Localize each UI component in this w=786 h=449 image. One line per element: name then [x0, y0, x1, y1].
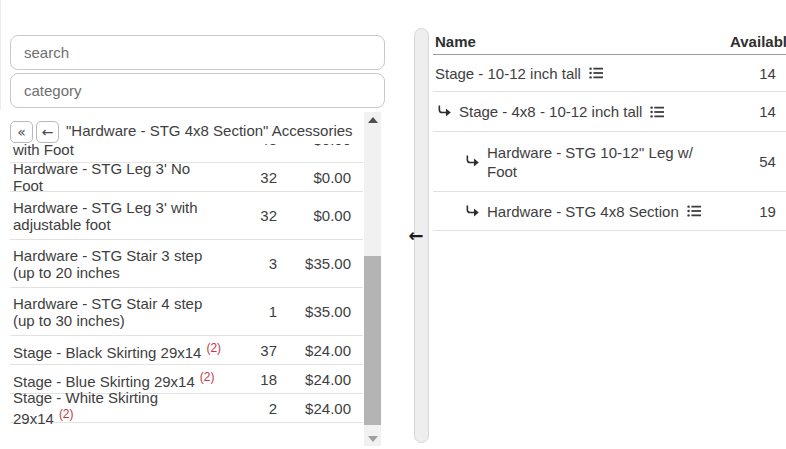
item-qty: 1 — [222, 303, 277, 320]
collapse-left-arrow-icon[interactable]: ← — [403, 224, 429, 248]
table-header-row: Name Available — [433, 28, 786, 55]
row-available-cell: 54 — [730, 153, 786, 170]
item-qty: 32 — [222, 207, 277, 224]
child-branch-arrow-icon — [465, 154, 480, 169]
list-item[interactable]: Stage - Black Skirting 29x14(2) 37 $24.0… — [10, 336, 363, 365]
item-qty: 32 — [222, 169, 277, 186]
table-row[interactable]: Hardware - STG 4x8 Section 19 — [433, 192, 786, 231]
item-name: Hardware - STG Stair 4 step (up to 30 in… — [10, 295, 222, 329]
list-item[interactable]: Hardware - STG Leg 3' No Foot 32 $0.00 — [10, 163, 363, 192]
item-name: Stage - Blue Skirting 29x14(2) — [10, 369, 222, 390]
duplicate-count-badge: (2) — [59, 407, 74, 421]
left-edge-divider — [0, 0, 1, 110]
list-scrollbar[interactable] — [364, 112, 381, 446]
row-name-cell: Hardware - STG 4x8 Section — [433, 202, 730, 221]
list-item[interactable]: Hardware - STG Stair 4 step (up to 30 in… — [10, 288, 363, 336]
item-price: $24.00 — [277, 400, 357, 417]
list-header: « ← "Hardware - STG 4x8 Section" Accesso… — [10, 112, 362, 144]
item-name: Hardware - STG Stair 3 step (up to 20 in… — [10, 247, 222, 281]
inventory-app-screen: with Foot 48 $0.00 Hardware - STG Leg 3'… — [0, 0, 786, 449]
scroll-up-arrow-icon[interactable] — [364, 112, 381, 127]
row-available-cell: 19 — [730, 203, 786, 220]
go-back-button[interactable]: ← — [36, 121, 59, 143]
item-name: Hardware - STG Leg 3' with adjustable fo… — [10, 199, 222, 233]
scrollbar-thumb[interactable] — [364, 256, 381, 425]
column-header-name: Name — [433, 33, 730, 50]
item-name: Stage - Black Skirting 29x14(2) — [10, 340, 222, 361]
item-price: $0.00 — [277, 169, 357, 186]
row-available-cell: 14 — [730, 103, 786, 120]
item-price: $0.00 — [277, 207, 357, 224]
row-available-cell: 14 — [730, 65, 786, 82]
item-name: with Foot — [10, 141, 222, 162]
table-row[interactable]: Stage - 4x8 - 10-12 inch tall 14 — [433, 92, 786, 132]
item-name: Stage - White Skirting 29x14(2) — [10, 389, 222, 427]
availability-table: Name Available Stage - 10-12 inch tall 1… — [433, 28, 786, 231]
item-qty: 3 — [222, 255, 277, 272]
row-name-cell: Hardware - STG 10-12'' Leg w/ Foot — [433, 143, 730, 181]
row-name-cell: Stage - 10-12 inch tall — [433, 64, 730, 83]
table-row[interactable]: Stage - 10-12 inch tall 14 — [433, 55, 786, 92]
child-branch-arrow-icon — [437, 104, 452, 119]
table-row[interactable]: Hardware - STG 10-12'' Leg w/ Foot 54 — [433, 132, 786, 192]
duplicate-count-badge: (2) — [200, 370, 215, 384]
item-menu-list-icon[interactable] — [687, 204, 701, 218]
category-filter-input[interactable] — [10, 73, 385, 108]
item-qty: 37 — [222, 342, 277, 359]
list-item[interactable]: Stage - White Skirting 29x14(2) 2 $24.00 — [10, 394, 363, 423]
item-qty: 18 — [222, 371, 277, 388]
row-name-cell: Stage - 4x8 - 10-12 inch tall — [433, 102, 730, 121]
column-header-available: Available — [730, 33, 786, 50]
item-qty: 2 — [222, 400, 277, 417]
item-price: $35.00 — [277, 303, 357, 320]
accessories-rows: with Foot 48 $0.00 Hardware - STG Leg 3'… — [10, 115, 363, 423]
duplicate-count-badge: (2) — [206, 341, 221, 355]
child-branch-arrow-icon — [465, 204, 480, 219]
list-item[interactable]: Hardware - STG Stair 3 step (up to 20 in… — [10, 240, 363, 288]
list-item[interactable]: Hardware - STG Leg 3' with adjustable fo… — [10, 192, 363, 240]
item-price: $24.00 — [277, 342, 357, 359]
accessories-list: with Foot 48 $0.00 Hardware - STG Leg 3'… — [10, 112, 381, 446]
item-menu-list-icon[interactable] — [650, 105, 664, 119]
search-input[interactable] — [10, 35, 385, 70]
go-first-button[interactable]: « — [10, 121, 33, 143]
item-price: $35.00 — [277, 255, 357, 272]
item-menu-list-icon[interactable] — [589, 66, 603, 80]
item-name: Hardware - STG Leg 3' No Foot — [10, 160, 222, 194]
list-title: "Hardware - STG 4x8 Section" Accessories — [66, 122, 353, 139]
item-price: $24.00 — [277, 371, 357, 388]
scroll-down-arrow-icon[interactable] — [364, 431, 381, 446]
